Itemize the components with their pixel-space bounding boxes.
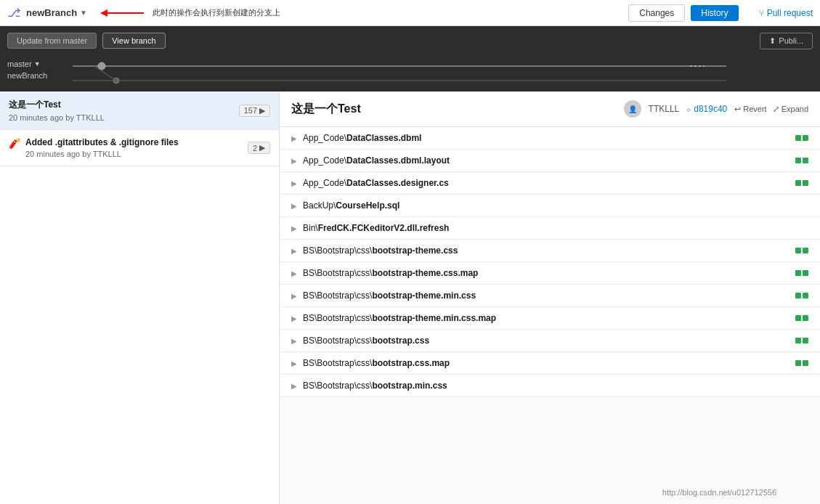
file-row-3[interactable]: ▶ BackUp\CourseHelp.sql (280, 195, 820, 217)
status-dot-6a (795, 270, 801, 276)
file-chevron-2: ▶ (291, 179, 297, 187)
publish-label: Publi... (779, 36, 803, 45)
expand-label: Expand (782, 105, 808, 113)
file-row-11[interactable]: ▶ BS\Bootstrap\css\bootstrap.min.css (280, 375, 820, 397)
branch-name-label[interactable]: newBranch ▼ (26, 7, 87, 18)
commit-item-0[interactable]: 这是一个Test 20 minutes ago by TTKLLL 157 ▶ (0, 92, 279, 130)
file-chevron-10: ▶ (291, 359, 297, 367)
branch-dropdown-arrow[interactable]: ▼ (80, 9, 87, 17)
tab-history-button[interactable]: History (691, 5, 738, 21)
branch-toolbar: Update from master View branch ⬆ Publi..… (0, 26, 820, 55)
right-panel: 这是一个Test 👤 TTKLLL ⬦ d819c40 ↩ Revert ⤢ E… (280, 92, 820, 504)
file-path-3: BackUp\CourseHelp.sql (303, 200, 808, 211)
commit-meta-1: 20 minutes ago by TTKLLL (25, 150, 179, 158)
publish-icon: ⬆ (769, 36, 776, 46)
file-status-2 (795, 180, 808, 186)
file-chevron-9: ▶ (291, 337, 297, 345)
file-path-5: BS\Bootstrap\css\bootstrap-theme.css (303, 245, 795, 256)
file-chevron-0: ▶ (291, 134, 297, 142)
file-path-10: BS\Bootstrap\css\bootstrap.css.map (303, 358, 795, 368)
status-dot-5a (795, 248, 801, 253)
file-row-9[interactable]: ▶ BS\Bootstrap\css\bootstrap.css (280, 330, 820, 352)
file-row-1[interactable]: ▶ App_Code\DataClasses.dbml.layout (280, 150, 820, 172)
file-chevron-11: ▶ (291, 382, 297, 390)
file-path-8: BS\Bootstrap\css\bootstrap-theme.min.css… (303, 313, 795, 323)
commit-count-0: 157 ▶ (239, 105, 270, 117)
file-path-6: BS\Bootstrap\css\bootstrap-theme.css.map (303, 268, 795, 278)
file-status-9 (795, 338, 808, 344)
revert-icon: ↩ (734, 105, 741, 114)
file-list: ▶ App_Code\DataClasses.dbml ▶ App_Code\D… (280, 127, 820, 397)
left-panel: 这是一个Test 20 minutes ago by TTKLLL 157 ▶ … (0, 92, 280, 504)
commit-header-title: 这是一个Test (291, 102, 617, 117)
commit-count-value-0: 157 (244, 106, 257, 115)
file-row-10[interactable]: ▶ BS\Bootstrap\css\bootstrap.css.map (280, 352, 820, 375)
pull-request-button[interactable]: ⑂ Pull request (759, 8, 813, 18)
svg-marker-1 (100, 9, 107, 17)
status-dot-7b (803, 293, 808, 298)
expand-icon: ⤢ (773, 105, 779, 114)
revert-button[interactable]: ↩ Revert (734, 105, 766, 114)
file-status-0 (795, 135, 808, 141)
file-chevron-8: ▶ (291, 314, 297, 322)
newbranch-label-text: newBranch (7, 71, 47, 80)
watermark: http://blog.csdn.net/u012712556 (662, 488, 776, 497)
annotation-text: 此时的操作会执行到新创建的分支上 (153, 7, 280, 18)
file-path-11: BS\Bootstrap\css\bootstrap.min.css (303, 381, 808, 391)
revert-label: Revert (743, 105, 766, 113)
file-chevron-4: ▶ (291, 224, 297, 232)
branch-graph: master ▼ newBranch (0, 55, 820, 92)
commit-hash: ⬦ d819c40 (686, 104, 727, 114)
commit-count-1: 2 ▶ (248, 142, 270, 154)
file-row-5[interactable]: ▶ BS\Bootstrap\css\bootstrap-theme.css (280, 240, 820, 262)
main-content: 这是一个Test 20 minutes ago by TTKLLL 157 ▶ … (0, 92, 820, 504)
status-dot-9a (795, 338, 801, 344)
file-chevron-7: ▶ (291, 292, 297, 300)
commit-meta-0: 20 minutes ago by TTKLLL (9, 113, 239, 122)
file-row-0[interactable]: ▶ App_Code\DataClasses.dbml (280, 127, 820, 150)
pull-request-icon: ⑂ (759, 8, 764, 18)
status-dot-6b (803, 270, 808, 276)
update-from-master-button[interactable]: Update from master (7, 33, 97, 49)
file-path-2: App_Code\DataClasses.designer.cs (303, 178, 795, 188)
master-label-text: master (7, 60, 32, 68)
file-status-5 (795, 248, 808, 253)
file-row-8[interactable]: ▶ BS\Bootstrap\css\bootstrap-theme.min.c… (280, 307, 820, 330)
commit-count-icon-0: ▶ (259, 106, 265, 115)
file-status-8 (795, 315, 808, 321)
hash-icon: ⬦ (686, 105, 691, 113)
file-chevron-6: ▶ (291, 269, 297, 277)
status-dot-5b (803, 248, 808, 253)
commit-header: 这是一个Test 👤 TTKLLL ⬦ d819c40 ↩ Revert ⤢ E… (280, 92, 820, 127)
status-dot-10b (803, 360, 808, 366)
commit-count-icon-1: ▶ (259, 143, 265, 153)
header-actions: ↩ Revert ⤢ Expand (734, 105, 808, 114)
commit-item-1[interactable]: 🧨 Added .gitattributes & .gitignore file… (0, 130, 279, 166)
status-dot-2b (803, 180, 808, 186)
file-chevron-3: ▶ (291, 202, 297, 210)
status-dot-1a (795, 158, 801, 163)
file-row-6[interactable]: ▶ BS\Bootstrap\css\bootstrap-theme.css.m… (280, 262, 820, 285)
view-branch-button[interactable]: View branch (102, 33, 165, 49)
file-row-2[interactable]: ▶ App_Code\DataClasses.designer.cs (280, 172, 820, 195)
file-chevron-1: ▶ (291, 157, 297, 165)
commit-title-0: 这是一个Test (9, 99, 239, 111)
master-dropdown-arrow: ▼ (34, 60, 41, 68)
status-dot-2a (795, 180, 801, 186)
graph-svg (73, 59, 784, 91)
expand-button[interactable]: ⤢ Expand (773, 105, 808, 114)
commit-emoji-1: 🧨 (9, 137, 21, 149)
svg-line-6 (94, 66, 116, 81)
status-dot-7a (795, 293, 801, 298)
file-row-4[interactable]: ▶ Bin\FredCK.FCKeditorV2.dll.refresh (280, 217, 820, 240)
file-path-1: App_Code\DataClasses.dbml.layout (303, 155, 795, 166)
tab-changes-button[interactable]: Changes (628, 4, 685, 22)
status-dot-9b (803, 338, 808, 344)
status-dot-0b (803, 135, 808, 141)
file-path-0: App_Code\DataClasses.dbml (303, 133, 795, 143)
pull-request-label: Pull request (767, 8, 813, 18)
file-status-10 (795, 360, 808, 366)
file-row-7[interactable]: ▶ BS\Bootstrap\css\bootstrap-theme.min.c… (280, 285, 820, 307)
publish-button[interactable]: ⬆ Publi... (760, 33, 813, 49)
annotation-container: 此时的操作会执行到新创建的分支上 (100, 7, 280, 19)
